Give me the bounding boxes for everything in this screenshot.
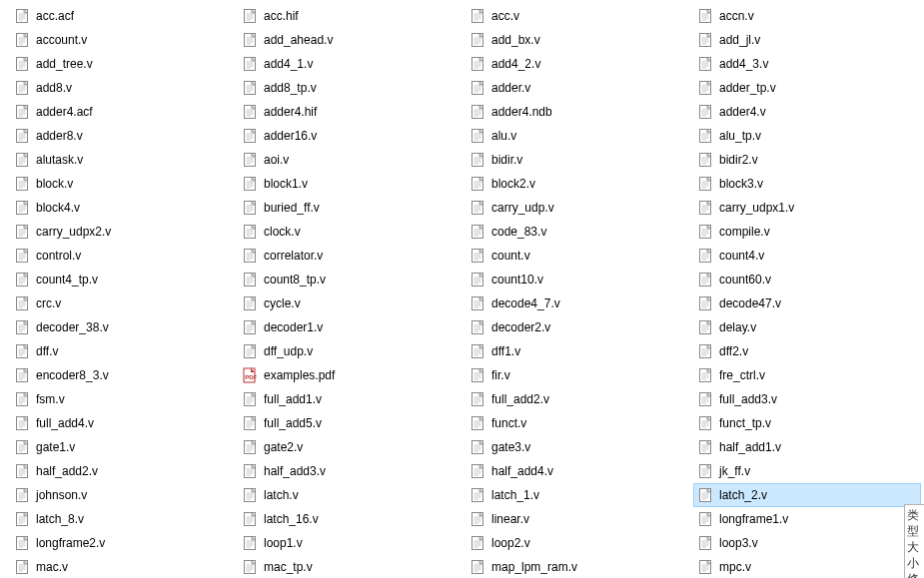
file-item[interactable]: mac.v (10, 555, 238, 578)
file-item[interactable]: decoder_38.v (10, 315, 238, 339)
file-item[interactable]: adder4.ndb (465, 100, 693, 124)
file-item[interactable]: add4_2.v (465, 52, 693, 76)
file-item[interactable]: gate2.v (238, 435, 465, 459)
file-item[interactable]: crc.v (10, 291, 238, 315)
file-item[interactable]: dff1.v (465, 339, 693, 363)
file-item[interactable]: latch_16.v (238, 507, 465, 531)
file-item[interactable]: acc.v (465, 4, 693, 28)
file-item[interactable]: encoder8_3.v (10, 363, 238, 387)
file-item[interactable]: adder16.v (238, 124, 465, 148)
file-item[interactable]: account.v (10, 28, 238, 52)
file-item[interactable]: full_add3.v (693, 387, 921, 411)
file-item[interactable]: add8_tp.v (238, 76, 465, 100)
file-item[interactable]: add8.v (10, 76, 238, 100)
file-item[interactable]: add_tree.v (10, 52, 238, 76)
file-item[interactable]: latch.v (238, 483, 465, 507)
file-icon (697, 535, 713, 551)
file-item[interactable]: block2.v (465, 172, 693, 196)
file-item[interactable]: latch_8.v (10, 507, 238, 531)
file-item[interactable]: loop2.v (465, 531, 693, 555)
file-item[interactable]: dff2.v (693, 339, 921, 363)
file-item[interactable]: compile.v (693, 220, 921, 244)
file-item[interactable]: count4_tp.v (10, 268, 238, 291)
file-item[interactable]: correlator.v (238, 244, 465, 268)
file-item[interactable]: alutask.v (10, 148, 238, 172)
file-item[interactable]: buried_ff.v (238, 196, 465, 220)
file-item[interactable]: gate3.v (465, 435, 693, 459)
file-label: block2.v (491, 177, 535, 191)
file-item[interactable]: gate1.v (10, 435, 238, 459)
file-item[interactable]: decoder2.v (465, 315, 693, 339)
file-item[interactable]: latch_1.v (465, 483, 693, 507)
file-item[interactable]: full_add2.v (465, 387, 693, 411)
file-item[interactable]: adder_tp.v (693, 76, 921, 100)
file-label: add8.v (36, 81, 72, 95)
file-item[interactable]: half_add3.v (238, 459, 465, 483)
file-item[interactable]: block1.v (238, 172, 465, 196)
file-item[interactable]: latch_2.v (693, 483, 921, 507)
file-item[interactable]: bidir.v (465, 148, 693, 172)
file-item[interactable]: acc.hif (238, 4, 465, 28)
file-item[interactable]: half_add1.v (693, 435, 921, 459)
file-item[interactable]: jk_ff.v (693, 459, 921, 483)
file-item[interactable]: add_ahead.v (238, 28, 465, 52)
file-item[interactable]: loop1.v (238, 531, 465, 555)
file-item[interactable]: adder8.v (10, 124, 238, 148)
file-item[interactable]: dff_udp.v (238, 339, 465, 363)
file-item[interactable]: carry_udpx2.v (10, 220, 238, 244)
file-item[interactable]: map_lpm_ram.v (465, 555, 693, 578)
file-item[interactable]: mpc.v (693, 555, 921, 578)
file-item[interactable]: carry_udpx1.v (693, 196, 921, 220)
file-item[interactable]: johnson.v (10, 483, 238, 507)
file-item[interactable]: decode4_7.v (465, 291, 693, 315)
file-item[interactable]: block3.v (693, 172, 921, 196)
file-item[interactable]: half_add4.v (465, 459, 693, 483)
file-item[interactable]: alu_tp.v (693, 124, 921, 148)
file-item[interactable]: add_jl.v (693, 28, 921, 52)
file-item[interactable]: block4.v (10, 196, 238, 220)
file-item[interactable]: linear.v (465, 507, 693, 531)
file-item[interactable]: bidir2.v (693, 148, 921, 172)
file-item[interactable]: add4_3.v (693, 52, 921, 76)
file-item[interactable]: count.v (465, 244, 693, 268)
file-item[interactable]: fsm.v (10, 387, 238, 411)
file-item[interactable]: adder.v (465, 76, 693, 100)
file-item[interactable]: PDFexamples.pdf (238, 363, 465, 387)
file-item[interactable]: add4_1.v (238, 52, 465, 76)
file-item[interactable]: adder4.acf (10, 100, 238, 124)
file-item[interactable]: full_add5.v (238, 411, 465, 435)
file-item[interactable]: adder4.v (693, 100, 921, 124)
file-item[interactable]: aoi.v (238, 148, 465, 172)
file-item[interactable]: count10.v (465, 268, 693, 291)
file-item[interactable]: count60.v (693, 268, 921, 291)
file-item[interactable]: control.v (10, 244, 238, 268)
file-item[interactable]: acc.acf (10, 4, 238, 28)
file-item[interactable]: funct_tp.v (693, 411, 921, 435)
file-item[interactable]: add_bx.v (465, 28, 693, 52)
file-item[interactable]: accn.v (693, 4, 921, 28)
file-item[interactable]: decode47.v (693, 291, 921, 315)
file-item[interactable]: dff.v (10, 339, 238, 363)
file-item[interactable]: longframe2.v (10, 531, 238, 555)
file-item[interactable]: carry_udp.v (465, 196, 693, 220)
file-item[interactable]: full_add1.v (238, 387, 465, 411)
file-item[interactable]: full_add4.v (10, 411, 238, 435)
file-item[interactable]: code_83.v (465, 220, 693, 244)
file-item[interactable]: count4.v (693, 244, 921, 268)
file-item[interactable]: half_add2.v (10, 459, 238, 483)
file-item[interactable]: cycle.v (238, 291, 465, 315)
file-item[interactable]: loop3.v (693, 531, 921, 555)
file-item[interactable]: adder4.hif (238, 100, 465, 124)
file-item[interactable]: mac_tp.v (238, 555, 465, 578)
file-item[interactable]: clock.v (238, 220, 465, 244)
file-item[interactable]: block.v (10, 172, 238, 196)
file-item[interactable]: funct.v (465, 411, 693, 435)
file-item[interactable]: fir.v (465, 363, 693, 387)
file-item[interactable]: decoder1.v (238, 315, 465, 339)
file-item[interactable]: count8_tp.v (238, 268, 465, 291)
file-item[interactable]: alu.v (465, 124, 693, 148)
file-icon (14, 439, 30, 455)
file-item[interactable]: delay.v (693, 315, 921, 339)
file-item[interactable]: fre_ctrl.v (693, 363, 921, 387)
file-item[interactable]: longframe1.v (693, 507, 921, 531)
